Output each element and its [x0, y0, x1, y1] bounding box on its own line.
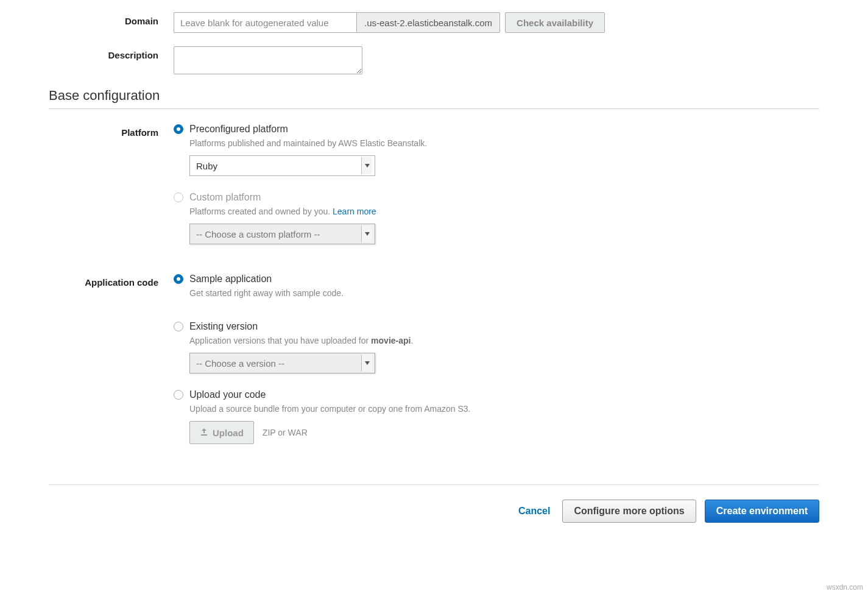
upload-button-label: Upload — [213, 428, 244, 438]
domain-input[interactable] — [174, 12, 356, 33]
existing-radio-label: Existing version — [189, 321, 258, 332]
existing-desc: Application versions that you have uploa… — [189, 336, 819, 345]
sample-radio[interactable] — [174, 274, 183, 284]
upload-code-option: Upload your code Upload a source bundle … — [174, 389, 819, 444]
custom-desc: Platforms created and owned by you. Lear… — [189, 207, 819, 216]
custom-platform-select[interactable]: -- Choose a custom platform -- — [189, 224, 375, 244]
upload-row: Upload ZIP or WAR — [189, 421, 819, 444]
preconfigured-radio-row[interactable]: Preconfigured platform — [174, 124, 819, 135]
section-rule — [49, 108, 819, 109]
domain-label: Domain — [49, 12, 174, 26]
sample-radio-row[interactable]: Sample application — [174, 274, 819, 285]
sample-radio-label: Sample application — [189, 274, 272, 285]
custom-desc-text: Platforms created and owned by you. — [189, 207, 333, 216]
preconfigured-radio[interactable] — [174, 124, 183, 134]
platform-row: Platform Preconfigured platform Platform… — [49, 124, 819, 260]
existing-desc-suffix: . — [411, 336, 413, 345]
cancel-button[interactable]: Cancel — [518, 506, 550, 517]
preconfigured-radio-label: Preconfigured platform — [189, 124, 288, 135]
existing-radio[interactable] — [174, 322, 183, 331]
sample-desc: Get started right away with sample code. — [189, 288, 819, 298]
domain-input-group: .us-east-2.elasticbeanstalk.com Check av… — [174, 12, 819, 33]
svg-marker-1 — [365, 232, 370, 236]
preconfigured-desc: Platforms published and maintained by AW… — [189, 138, 819, 148]
preconfigured-platform-select[interactable]: Ruby — [189, 155, 375, 176]
upload-hint: ZIP or WAR — [263, 428, 308, 437]
footer-rule — [49, 484, 819, 485]
platform-controls: Preconfigured platform Platforms publish… — [174, 124, 819, 260]
preconfigured-platform-value: Ruby — [196, 161, 217, 171]
base-config-title: Base configuration — [49, 88, 819, 104]
domain-row: Domain .us-east-2.elasticbeanstalk.com C… — [49, 12, 819, 33]
upload-icon — [200, 428, 208, 438]
custom-platform-placeholder: -- Choose a custom platform -- — [196, 229, 320, 239]
check-availability-button[interactable]: Check availability — [505, 12, 605, 33]
custom-radio-label: Custom platform — [189, 192, 261, 203]
description-input[interactable] — [174, 46, 362, 74]
existing-version-select[interactable]: -- Choose a version -- — [189, 353, 375, 373]
learn-more-link[interactable]: Learn more — [333, 207, 376, 216]
upload-radio-label: Upload your code — [189, 389, 266, 400]
upload-radio-row[interactable]: Upload your code — [174, 389, 819, 400]
domain-controls: .us-east-2.elasticbeanstalk.com Check av… — [174, 12, 819, 33]
chevron-down-icon — [361, 355, 372, 372]
svg-marker-0 — [365, 164, 370, 168]
domain-suffix: .us-east-2.elasticbeanstalk.com — [356, 12, 500, 33]
chevron-down-icon — [361, 225, 372, 242]
custom-platform-option: Custom platform Platforms created and ow… — [174, 192, 819, 244]
preconfigured-platform-option: Preconfigured platform Platforms publish… — [174, 124, 819, 176]
description-label: Description — [49, 46, 174, 60]
existing-app-name: movie-api — [371, 336, 411, 345]
upload-desc: Upload a source bundle from your compute… — [189, 404, 819, 414]
configure-more-options-button[interactable]: Configure more options — [562, 500, 696, 523]
description-controls — [174, 46, 819, 74]
custom-radio-row[interactable]: Custom platform — [174, 192, 819, 203]
appcode-row: Application code Sample application Get … — [49, 274, 819, 460]
existing-radio-row[interactable]: Existing version — [174, 321, 819, 332]
upload-radio[interactable] — [174, 390, 183, 400]
upload-button[interactable]: Upload — [189, 421, 254, 444]
existing-version-placeholder: -- Choose a version -- — [196, 358, 284, 369]
appcode-label: Application code — [49, 274, 174, 288]
existing-version-option: Existing version Application versions th… — [174, 321, 819, 373]
description-row: Description — [49, 46, 819, 74]
svg-marker-2 — [365, 361, 370, 365]
sample-app-option: Sample application Get started right awa… — [174, 274, 819, 305]
platform-label: Platform — [49, 124, 174, 138]
footer-actions: Cancel Configure more options Create env… — [49, 500, 819, 523]
existing-desc-prefix: Application versions that you have uploa… — [189, 336, 371, 345]
custom-radio[interactable] — [174, 193, 183, 202]
chevron-down-icon — [361, 157, 372, 174]
create-environment-button[interactable]: Create environment — [705, 500, 819, 523]
appcode-controls: Sample application Get started right awa… — [174, 274, 819, 460]
